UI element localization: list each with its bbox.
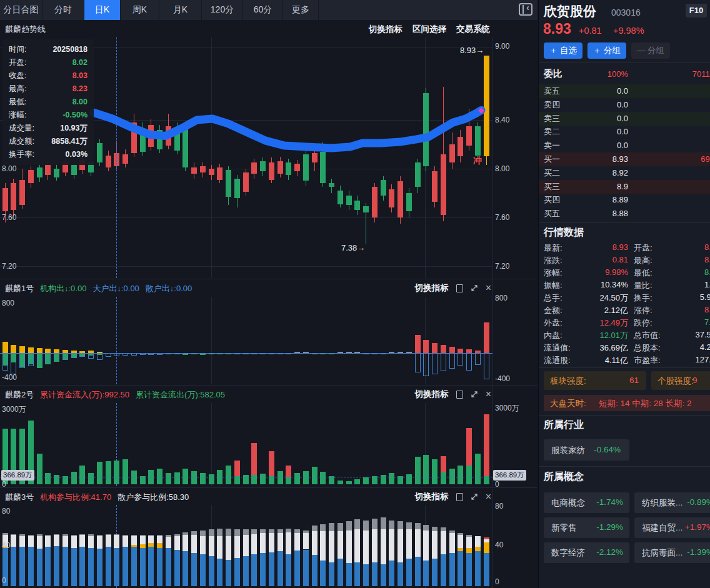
expand-icon[interactable] bbox=[471, 493, 478, 501]
button-＋自选[interactable]: ＋ 自选 bbox=[544, 42, 582, 59]
orderbook-row-卖四[interactable]: 卖四0.0 bbox=[539, 98, 710, 112]
bar bbox=[182, 535, 188, 551]
bar bbox=[88, 473, 94, 484]
bar bbox=[441, 456, 446, 472]
orderbook-row-买四[interactable]: 买四8.89 bbox=[539, 193, 710, 207]
maximize-icon[interactable] bbox=[456, 284, 463, 292]
bar bbox=[200, 536, 206, 554]
orderbook-row-卖三[interactable]: 卖三0.0 bbox=[539, 112, 710, 126]
orderbook-row-卖二[interactable]: 卖二0.0 bbox=[539, 125, 710, 139]
bar bbox=[423, 353, 429, 376]
divider bbox=[539, 367, 710, 368]
orderbook-row-买五[interactable]: 买五8.88 bbox=[539, 207, 710, 221]
close-icon[interactable]: × bbox=[486, 391, 491, 398]
switch-indicator-link[interactable]: 切换指标 bbox=[415, 389, 449, 400]
expand-icon[interactable] bbox=[471, 391, 478, 398]
threshold-label: 366.89万 bbox=[493, 470, 526, 481]
candle bbox=[148, 125, 154, 147]
quote-label: 最新: bbox=[544, 242, 562, 254]
concept-chip-抗病毒面...[interactable]: 抗病毒面...-1.39% bbox=[634, 542, 710, 563]
switch-indicator-link[interactable]: 切换指标 bbox=[415, 491, 449, 502]
bar bbox=[338, 531, 343, 559]
bar bbox=[415, 335, 421, 353]
candle bbox=[466, 126, 472, 146]
quote-label: 开盘: bbox=[634, 242, 652, 254]
orderbook-row-卖五[interactable]: 卖五0.0 bbox=[539, 84, 710, 98]
orderbook-row-卖一[interactable]: 卖一0.0 bbox=[539, 139, 710, 152]
bar bbox=[174, 550, 180, 587]
bar bbox=[346, 521, 352, 531]
concept-chip-福建自贸...[interactable]: 福建自贸...+1.97% bbox=[634, 517, 710, 538]
f10-button[interactable]: F10 bbox=[686, 4, 707, 17]
bar bbox=[338, 481, 343, 484]
bar bbox=[19, 346, 25, 353]
panel-stats: 累计资金流入(万):992.50累计资金流出(万):582.05 bbox=[40, 389, 225, 401]
close-icon[interactable]: × bbox=[486, 284, 491, 292]
orderbook-row-买二[interactable]: 买二8.92 bbox=[539, 166, 710, 180]
bar bbox=[432, 559, 438, 586]
candle bbox=[312, 153, 318, 163]
divider bbox=[539, 222, 710, 223]
bar bbox=[131, 547, 137, 586]
bar bbox=[157, 543, 162, 547]
bar bbox=[441, 531, 446, 554]
orderbook-level: 买四 bbox=[544, 193, 560, 207]
bar bbox=[432, 353, 438, 374]
expand-icon[interactable] bbox=[471, 284, 478, 292]
quote-value: 12.49万 bbox=[571, 317, 628, 329]
orderbook-row-买一[interactable]: 买一8.93699 bbox=[539, 152, 710, 166]
axis-tick: 40 bbox=[2, 541, 10, 550]
bar bbox=[140, 535, 146, 536]
bar bbox=[423, 561, 429, 586]
bar bbox=[114, 535, 119, 547]
concept-chip-电商概念[interactable]: 电商概念-1.74% bbox=[544, 492, 629, 513]
bar bbox=[251, 529, 257, 534]
candle bbox=[475, 126, 481, 156]
price-change-pct: +9.98% bbox=[613, 26, 644, 36]
button-＋分组[interactable]: ＋ 分组 bbox=[588, 42, 626, 59]
weibi-value: 70116 bbox=[692, 69, 710, 79]
bar bbox=[226, 560, 231, 586]
panel-stat: 机构参与比例:41.70 bbox=[40, 492, 111, 503]
maximize-icon[interactable] bbox=[456, 493, 463, 501]
quote-value: 0.81 bbox=[571, 255, 628, 264]
bar bbox=[423, 340, 429, 353]
orderbook-row-买三[interactable]: 买三8.91 bbox=[539, 180, 710, 194]
panel-header-1: 麒麟1号机构出↓:0.00大户出↓:0.00散户出↓:0.00切换指标× bbox=[0, 281, 538, 295]
bar bbox=[62, 353, 68, 359]
button-—分组[interactable]: — 分组 bbox=[631, 42, 670, 59]
bar bbox=[484, 476, 489, 484]
bar bbox=[278, 529, 283, 533]
concept-chip-新零售[interactable]: 新零售-1.29% bbox=[544, 517, 629, 538]
candle bbox=[243, 172, 249, 192]
quote-value: 36.69亿 bbox=[571, 342, 628, 354]
orderbook-level: 卖四 bbox=[544, 98, 560, 112]
bar bbox=[449, 553, 455, 586]
concept-chip-纺织服装...[interactable]: 纺织服装...-0.89% bbox=[634, 492, 710, 513]
candle bbox=[381, 180, 386, 196]
orderbook-price: 0.0 bbox=[576, 139, 628, 152]
bar bbox=[320, 524, 326, 532]
bar bbox=[174, 536, 180, 550]
panel-separator bbox=[0, 487, 538, 488]
concept-chip-数字经济[interactable]: 数字经济-2.12% bbox=[544, 542, 629, 563]
bar bbox=[441, 554, 446, 586]
switch-indicator-link[interactable]: 切换指标 bbox=[415, 282, 449, 294]
bar bbox=[294, 473, 300, 484]
maximize-icon[interactable] bbox=[456, 391, 463, 399]
bar bbox=[191, 553, 197, 586]
candle bbox=[406, 193, 412, 211]
axis-tick: 0 bbox=[2, 480, 6, 489]
zero-line bbox=[0, 353, 492, 354]
market-timing-box: 大盘天时:短期: 14 中期: 28 长期: 2 bbox=[544, 395, 710, 411]
candle bbox=[45, 165, 51, 175]
bar bbox=[458, 548, 463, 552]
concept-name: 数字经济 bbox=[551, 547, 585, 559]
industry-chip-服装家纺[interactable]: 服装家纺-0.64% bbox=[544, 439, 629, 461]
bar bbox=[363, 477, 369, 484]
tooltip-row: 成交额:8858.41万 bbox=[9, 135, 88, 148]
quote-label: 流通股: bbox=[544, 355, 571, 366]
bar bbox=[217, 559, 222, 586]
gridline-h bbox=[0, 217, 492, 218]
close-icon[interactable]: × bbox=[486, 493, 491, 501]
